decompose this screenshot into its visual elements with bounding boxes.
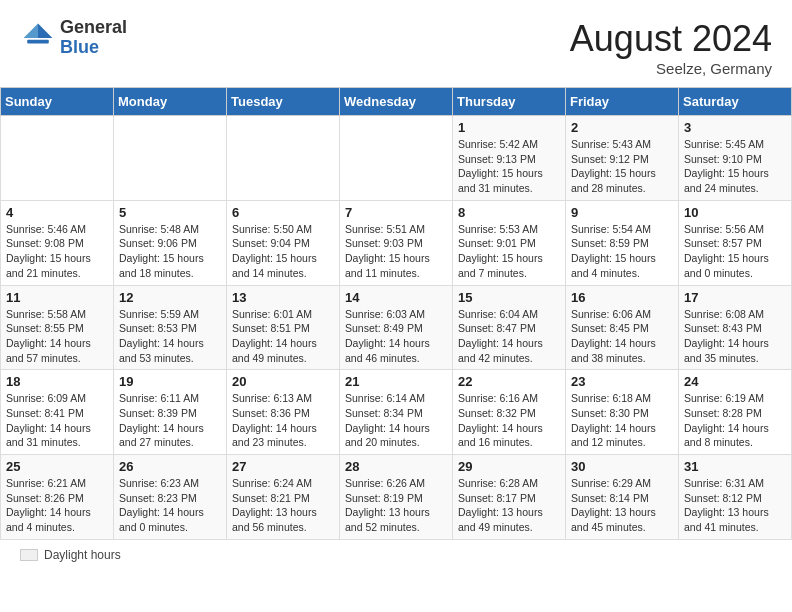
day-info: Sunrise: 5:59 AM Sunset: 8:53 PM Dayligh… [119,307,221,366]
day-cell: 26Sunrise: 6:23 AM Sunset: 8:23 PM Dayli… [114,455,227,540]
day-cell: 16Sunrise: 6:06 AM Sunset: 8:45 PM Dayli… [566,285,679,370]
day-cell: 28Sunrise: 6:26 AM Sunset: 8:19 PM Dayli… [340,455,453,540]
day-info: Sunrise: 6:08 AM Sunset: 8:43 PM Dayligh… [684,307,786,366]
day-cell [114,116,227,201]
day-cell [227,116,340,201]
day-info: Sunrise: 6:14 AM Sunset: 8:34 PM Dayligh… [345,391,447,450]
day-cell: 1Sunrise: 5:42 AM Sunset: 9:13 PM Daylig… [453,116,566,201]
day-info: Sunrise: 6:24 AM Sunset: 8:21 PM Dayligh… [232,476,334,535]
svg-marker-1 [24,23,38,37]
header-row: SundayMondayTuesdayWednesdayThursdayFrid… [1,88,792,116]
day-info: Sunrise: 5:54 AM Sunset: 8:59 PM Dayligh… [571,222,673,281]
day-cell: 23Sunrise: 6:18 AM Sunset: 8:30 PM Dayli… [566,370,679,455]
day-cell: 2Sunrise: 5:43 AM Sunset: 9:12 PM Daylig… [566,116,679,201]
header-thursday: Thursday [453,88,566,116]
day-cell: 27Sunrise: 6:24 AM Sunset: 8:21 PM Dayli… [227,455,340,540]
day-info: Sunrise: 6:19 AM Sunset: 8:28 PM Dayligh… [684,391,786,450]
day-info: Sunrise: 6:09 AM Sunset: 8:41 PM Dayligh… [6,391,108,450]
day-number: 3 [684,120,786,135]
day-number: 2 [571,120,673,135]
day-cell: 25Sunrise: 6:21 AM Sunset: 8:26 PM Dayli… [1,455,114,540]
day-number: 9 [571,205,673,220]
day-info: Sunrise: 5:45 AM Sunset: 9:10 PM Dayligh… [684,137,786,196]
day-number: 18 [6,374,108,389]
day-cell: 3Sunrise: 5:45 AM Sunset: 9:10 PM Daylig… [679,116,792,201]
week-row-5: 25Sunrise: 6:21 AM Sunset: 8:26 PM Dayli… [1,455,792,540]
day-number: 22 [458,374,560,389]
day-info: Sunrise: 5:50 AM Sunset: 9:04 PM Dayligh… [232,222,334,281]
title-area: August 2024 Seelze, Germany [570,18,772,77]
day-number: 25 [6,459,108,474]
day-number: 10 [684,205,786,220]
day-cell: 24Sunrise: 6:19 AM Sunset: 8:28 PM Dayli… [679,370,792,455]
day-info: Sunrise: 5:42 AM Sunset: 9:13 PM Dayligh… [458,137,560,196]
day-cell: 15Sunrise: 6:04 AM Sunset: 8:47 PM Dayli… [453,285,566,370]
header-sunday: Sunday [1,88,114,116]
day-cell: 20Sunrise: 6:13 AM Sunset: 8:36 PM Dayli… [227,370,340,455]
day-number: 6 [232,205,334,220]
day-number: 11 [6,290,108,305]
day-info: Sunrise: 5:46 AM Sunset: 9:08 PM Dayligh… [6,222,108,281]
legend: Daylight hours [0,540,792,570]
header-monday: Monday [114,88,227,116]
logo-general-text: General [60,18,127,38]
day-number: 17 [684,290,786,305]
day-cell: 4Sunrise: 5:46 AM Sunset: 9:08 PM Daylig… [1,200,114,285]
day-info: Sunrise: 6:03 AM Sunset: 8:49 PM Dayligh… [345,307,447,366]
day-number: 31 [684,459,786,474]
week-row-4: 18Sunrise: 6:09 AM Sunset: 8:41 PM Dayli… [1,370,792,455]
logo-icon [20,20,56,56]
day-info: Sunrise: 6:18 AM Sunset: 8:30 PM Dayligh… [571,391,673,450]
day-info: Sunrise: 6:06 AM Sunset: 8:45 PM Dayligh… [571,307,673,366]
month-title: August 2024 [570,18,772,60]
day-cell: 9Sunrise: 5:54 AM Sunset: 8:59 PM Daylig… [566,200,679,285]
day-number: 21 [345,374,447,389]
svg-rect-2 [27,40,49,44]
day-info: Sunrise: 6:23 AM Sunset: 8:23 PM Dayligh… [119,476,221,535]
day-number: 23 [571,374,673,389]
day-info: Sunrise: 6:26 AM Sunset: 8:19 PM Dayligh… [345,476,447,535]
day-info: Sunrise: 6:29 AM Sunset: 8:14 PM Dayligh… [571,476,673,535]
day-info: Sunrise: 5:56 AM Sunset: 8:57 PM Dayligh… [684,222,786,281]
day-cell: 12Sunrise: 5:59 AM Sunset: 8:53 PM Dayli… [114,285,227,370]
week-row-2: 4Sunrise: 5:46 AM Sunset: 9:08 PM Daylig… [1,200,792,285]
day-cell: 10Sunrise: 5:56 AM Sunset: 8:57 PM Dayli… [679,200,792,285]
day-cell: 13Sunrise: 6:01 AM Sunset: 8:51 PM Dayli… [227,285,340,370]
day-cell: 6Sunrise: 5:50 AM Sunset: 9:04 PM Daylig… [227,200,340,285]
day-cell: 11Sunrise: 5:58 AM Sunset: 8:55 PM Dayli… [1,285,114,370]
page-header: General Blue August 2024 Seelze, Germany [0,0,792,87]
day-info: Sunrise: 5:53 AM Sunset: 9:01 PM Dayligh… [458,222,560,281]
day-number: 29 [458,459,560,474]
day-number: 14 [345,290,447,305]
day-number: 13 [232,290,334,305]
day-info: Sunrise: 6:13 AM Sunset: 8:36 PM Dayligh… [232,391,334,450]
day-number: 7 [345,205,447,220]
header-saturday: Saturday [679,88,792,116]
day-cell: 17Sunrise: 6:08 AM Sunset: 8:43 PM Dayli… [679,285,792,370]
calendar-body: 1Sunrise: 5:42 AM Sunset: 9:13 PM Daylig… [1,116,792,540]
day-number: 27 [232,459,334,474]
day-info: Sunrise: 5:48 AM Sunset: 9:06 PM Dayligh… [119,222,221,281]
day-info: Sunrise: 6:04 AM Sunset: 8:47 PM Dayligh… [458,307,560,366]
header-tuesday: Tuesday [227,88,340,116]
day-info: Sunrise: 5:43 AM Sunset: 9:12 PM Dayligh… [571,137,673,196]
day-cell: 29Sunrise: 6:28 AM Sunset: 8:17 PM Dayli… [453,455,566,540]
day-cell: 5Sunrise: 5:48 AM Sunset: 9:06 PM Daylig… [114,200,227,285]
day-cell: 21Sunrise: 6:14 AM Sunset: 8:34 PM Dayli… [340,370,453,455]
day-number: 28 [345,459,447,474]
day-number: 20 [232,374,334,389]
day-cell: 8Sunrise: 5:53 AM Sunset: 9:01 PM Daylig… [453,200,566,285]
day-number: 4 [6,205,108,220]
logo: General Blue [20,18,127,58]
day-number: 16 [571,290,673,305]
legend-box [20,549,38,561]
day-number: 24 [684,374,786,389]
day-cell: 14Sunrise: 6:03 AM Sunset: 8:49 PM Dayli… [340,285,453,370]
location-text: Seelze, Germany [570,60,772,77]
logo-blue-text: Blue [60,38,127,58]
day-number: 15 [458,290,560,305]
legend-label: Daylight hours [44,548,121,562]
day-cell: 7Sunrise: 5:51 AM Sunset: 9:03 PM Daylig… [340,200,453,285]
day-cell: 30Sunrise: 6:29 AM Sunset: 8:14 PM Dayli… [566,455,679,540]
calendar-table: SundayMondayTuesdayWednesdayThursdayFrid… [0,87,792,540]
